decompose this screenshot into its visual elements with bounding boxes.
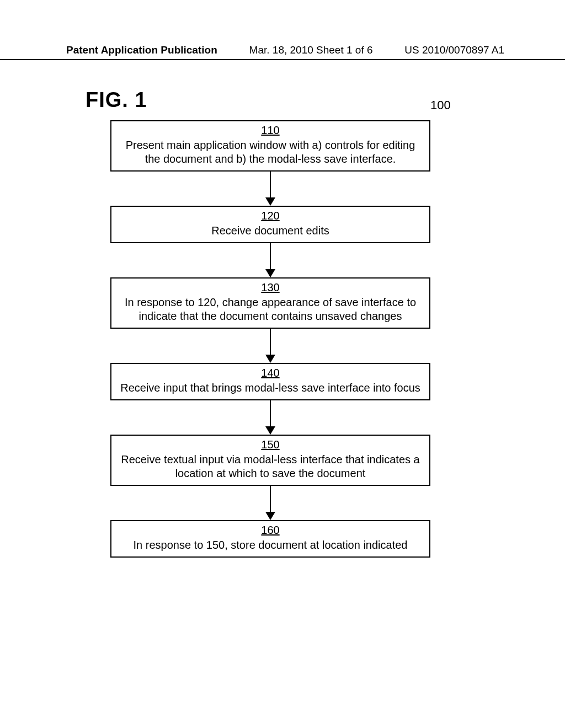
step-text: Receive textual input via modal-less int… — [121, 453, 419, 479]
step-160: 160 In response to 150, store document a… — [110, 520, 430, 558]
step-text: In response to 120, change appearance of… — [125, 296, 416, 322]
header-right: US 2010/0070897 A1 — [404, 44, 504, 56]
arrow-icon — [265, 400, 275, 435]
flowchart: 110 Present main application window with… — [110, 120, 430, 558]
step-number: 160 — [118, 523, 423, 537]
step-130: 130 In response to 120, change appearanc… — [110, 277, 430, 329]
step-110: 110 Present main application window with… — [110, 120, 430, 172]
step-150: 150 Receive textual input via modal-less… — [110, 435, 430, 486]
step-text: Receive input that brings modal-less sav… — [120, 382, 420, 394]
page-header: Patent Application Publication Mar. 18, … — [0, 44, 565, 60]
step-number: 120 — [118, 209, 423, 223]
header-mid: Mar. 18, 2010 Sheet 1 of 6 — [249, 44, 373, 56]
figure-number: 100 — [430, 98, 451, 113]
arrow-icon — [265, 329, 275, 363]
step-number: 130 — [118, 281, 423, 295]
arrow-icon — [265, 172, 275, 206]
step-140: 140 Receive input that brings modal-less… — [110, 363, 430, 400]
step-text: Present main application window with a) … — [126, 139, 415, 165]
figure-label: FIG. 1 — [86, 88, 147, 112]
step-text: Receive document edits — [211, 224, 329, 237]
arrow-icon — [265, 243, 275, 277]
step-text: In response to 150, store document at lo… — [134, 539, 408, 551]
header-left: Patent Application Publication — [66, 44, 217, 56]
step-number: 140 — [118, 366, 423, 380]
step-number: 110 — [118, 124, 423, 137]
step-number: 150 — [118, 438, 423, 452]
arrow-icon — [265, 486, 275, 520]
step-120: 120 Receive document edits — [110, 206, 430, 243]
